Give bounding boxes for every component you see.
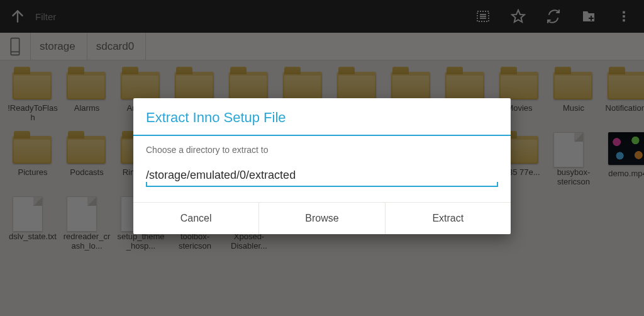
cancel-button[interactable]: Cancel [133, 203, 259, 234]
modal-overlay[interactable]: Extract Inno Setup File Choose a directo… [0, 0, 644, 316]
app-root: Filter storage sdcard0 [0, 0, 644, 316]
dialog-body: Choose a directory to extract to [133, 136, 511, 193]
browse-button[interactable]: Browse [259, 203, 385, 234]
dialog-title: Extract Inno Setup File [133, 98, 511, 135]
extract-dialog: Extract Inno Setup File Choose a directo… [133, 98, 511, 234]
extract-button[interactable]: Extract [386, 203, 511, 234]
path-field-wrap [146, 166, 498, 187]
extract-path-input[interactable] [146, 166, 498, 187]
dialog-buttons: Cancel Browse Extract [133, 202, 511, 234]
dialog-hint: Choose a directory to extract to [146, 145, 498, 155]
